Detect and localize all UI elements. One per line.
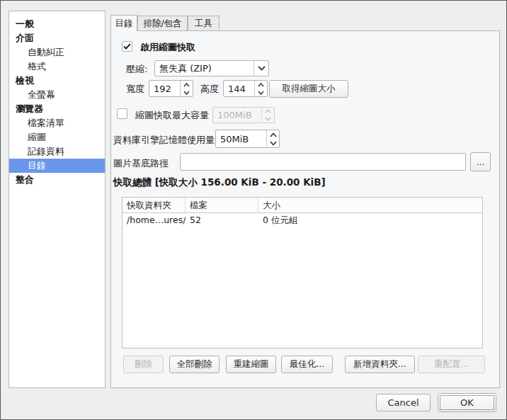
base-path-input[interactable] [180,153,466,171]
sidebar-item-thumbnails[interactable]: 縮圖 [9,130,105,144]
spinner-down-icon[interactable] [255,89,267,96]
cell-folder: /home…ures/ [123,213,186,227]
column-header-size[interactable]: 大小 [258,198,482,212]
enable-cache-label: 啟用縮圖快取 [140,41,195,54]
delete-button: 刪除 [123,356,164,373]
browse-button[interactable]: ... [470,152,491,171]
sidebar-item-integration[interactable]: 整合 [9,173,105,187]
cache-summary-label: 快取總體 [快取大小 156.00 KiB - 20.00 KiB] [113,176,326,189]
relocate-button: 重配置... [418,356,485,373]
get-thumb-size-button[interactable]: 取得縮圖大小 [269,80,348,98]
base-path-label: 圖片基底路徑 [113,157,169,170]
max-cache-label: 縮圖快取最大容量 [135,109,209,122]
preferences-dialog: 一般 介面 自動糾正 格式 檢視 全螢幕 瀏覽器 檔案清單 縮圖 記錄資料 目錄… [0,0,507,420]
table-row[interactable]: /home…ures/ 52 0 位元組 [123,213,482,227]
enable-cache-checkbox[interactable] [122,41,132,52]
delete-all-button[interactable]: 全部刪除 [169,356,220,373]
sidebar-item-file-list[interactable]: 檔案清單 [9,116,105,130]
sidebar-item-fullscreen[interactable]: 全螢幕 [9,88,105,102]
column-header-files[interactable]: 檔案 [186,198,258,212]
spinner-up-icon[interactable] [181,81,193,89]
spinner-up-icon[interactable] [255,81,267,89]
cell-size: 0 位元組 [258,213,482,227]
check-icon [123,43,131,50]
sidebar-item-browser[interactable]: 瀏覽器 [9,102,105,116]
max-cache-spinner: 100MiB [212,107,275,123]
tab-catalog[interactable]: 目錄 [110,15,137,31]
column-header-folder[interactable]: 快取資料夾 [123,198,186,212]
db-memory-label: 資料庫引擎記憶體使用量 [113,134,215,147]
spinner-down-icon[interactable] [267,139,279,147]
cell-files: 52 [186,213,258,227]
sidebar-item-history[interactable]: 記錄資料 [9,144,105,159]
width-value: 192 [149,81,180,96]
table-header-row: 快取資料夾 檔案 大小 [123,198,482,213]
sidebar-item-format[interactable]: 格式 [9,59,105,74]
sidebar-item-catalog[interactable]: 目錄 [9,159,105,173]
spinner-down-icon [262,115,274,123]
settings-tree: 一般 介面 自動糾正 格式 檢視 全螢幕 瀏覽器 檔案清單 縮圖 記錄資料 目錄… [8,11,106,388]
width-spinner[interactable]: 192 [149,80,193,97]
sidebar-item-view[interactable]: 檢視 [9,74,105,88]
sidebar-item-autocorrect[interactable]: 自動糾正 [9,45,105,59]
height-value: 144 [224,81,254,96]
rebuild-thumbs-button[interactable]: 重建縮圖 [226,356,276,373]
spinner-up-icon[interactable] [267,130,279,139]
ok-button[interactable]: OK [438,393,496,412]
compression-select[interactable]: 無失真 (ZIP) [154,60,269,76]
width-label: 寬度 [126,83,144,96]
chevron-down-icon[interactable] [254,61,268,76]
tab-exclude-include[interactable]: 排除/包含 [137,16,188,30]
add-folder-button[interactable]: 新增資料夾... [345,356,415,373]
compression-value: 無失真 (ZIP) [155,61,254,76]
sidebar-item-interface[interactable]: 介面 [9,31,105,45]
height-spinner[interactable]: 144 [223,80,268,97]
cache-folders-table[interactable]: 快取資料夾 檔案 大小 /home…ures/ 52 0 位元組 [122,197,483,348]
db-memory-value: 50MiB [216,130,266,147]
catalog-tab-panel: 啟用縮圖快取 壓縮: 無失真 (ZIP) 寬度 192 高度 144 取得 [110,30,500,388]
max-cache-value: 100MiB [213,108,261,123]
db-memory-spinner[interactable]: 50MiB [215,130,280,148]
optimize-button[interactable]: 最佳化... [281,356,333,373]
spinner-down-icon[interactable] [181,89,193,96]
sidebar-item-general[interactable]: 一般 [9,17,105,31]
cancel-button[interactable]: Cancel [376,394,431,412]
height-label: 高度 [200,83,219,96]
max-cache-checkbox[interactable] [117,108,127,119]
compression-label: 壓縮: [126,63,147,76]
spinner-up-icon [262,108,274,115]
tab-tools[interactable]: 工具 [188,16,220,30]
